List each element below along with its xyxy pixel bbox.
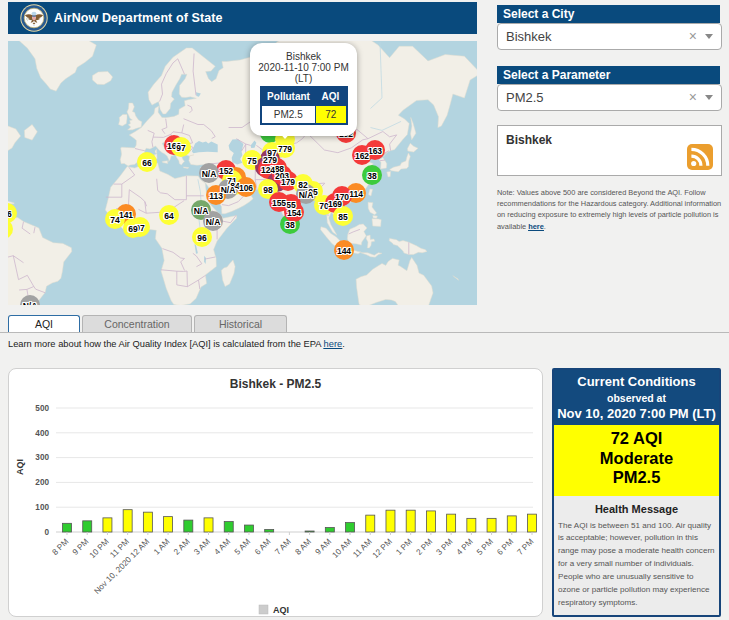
y-tick-label: 0	[44, 528, 49, 537]
chart-bar[interactable]	[528, 514, 537, 532]
chart-bar[interactable]	[346, 523, 355, 532]
map-popup: Bishkek 2020-11-10 7:00 PM (LT) Pollutan…	[250, 43, 357, 136]
x-tick-label: 2 PM	[414, 537, 434, 557]
chart-bar[interactable]	[244, 525, 253, 532]
parameter-select-value: PM2.5	[506, 90, 689, 105]
aqi-marker-64[interactable]	[159, 205, 179, 225]
popup-city: Bishkek	[252, 51, 355, 62]
city-select[interactable]: Bishkek ×	[497, 23, 722, 50]
conditions-category: Moderate	[554, 449, 719, 468]
chart-bar[interactable]	[386, 510, 395, 532]
popup-col-pollutant: Pollutant	[261, 87, 316, 106]
rss-icon[interactable]	[687, 144, 713, 170]
note-here-link[interactable]: here	[528, 222, 544, 231]
popup-table: Pollutant AQI PM2.5 72	[260, 86, 348, 125]
x-tick-label: 3 AM	[192, 537, 212, 557]
chart-bar[interactable]	[184, 520, 193, 532]
aqi-marker-85[interactable]	[333, 206, 353, 226]
select-parameter-header: Select a Parameter	[497, 66, 720, 84]
aqi-marker-97[interactable]	[171, 137, 191, 157]
health-message-title: Health Message	[554, 503, 719, 515]
popup-col-aqi: AQI	[316, 87, 347, 106]
aqi-marker-38[interactable]	[362, 165, 382, 185]
conditions-header: Current Conditions observed at Nov 10, 2…	[554, 370, 719, 425]
current-conditions-panel: Current Conditions observed at Nov 10, 2…	[552, 368, 721, 617]
city-caret-icon[interactable]	[705, 34, 713, 39]
x-tick-label: 3 PM	[435, 537, 455, 557]
parameter-caret-icon[interactable]	[705, 95, 713, 100]
chart-bar[interactable]	[426, 511, 435, 532]
chart-bar[interactable]	[123, 510, 132, 532]
chart-bar[interactable]	[143, 512, 152, 532]
aqi-marker-na[interactable]	[199, 163, 219, 183]
aqi-marker-66[interactable]	[137, 152, 157, 172]
x-tick-label: 6 AM	[253, 537, 273, 557]
x-tick-label: 6 PM	[495, 537, 515, 557]
epa-here-link[interactable]: here	[324, 339, 343, 349]
view-tabs: AQI Concentration Historical	[8, 315, 289, 332]
legend-swatch	[259, 605, 268, 614]
aqi-marker-113[interactable]	[206, 185, 226, 205]
chart-bar[interactable]	[487, 518, 496, 532]
chart-bar[interactable]	[507, 516, 516, 532]
header-bar: AirNow Department of State	[8, 2, 477, 34]
x-tick-label: 12 PM	[371, 537, 394, 560]
chart-bar[interactable]	[103, 518, 112, 532]
conditions-parameter: PM2.5	[554, 468, 719, 487]
popup-datetime: 2020-11-10 7:00 PM	[252, 62, 355, 73]
chart-bar[interactable]	[83, 521, 92, 532]
tab-aqi[interactable]: AQI	[8, 315, 80, 332]
chart-bar[interactable]	[467, 518, 476, 532]
legend-label: AQI	[273, 605, 289, 615]
conditions-aqi-block: 72 AQI Moderate PM2.5	[554, 425, 719, 496]
conditions-subtitle: observed at	[556, 392, 717, 404]
chart-bar[interactable]	[406, 510, 415, 532]
aqi-marker-106[interactable]	[236, 177, 256, 197]
aqi-marker-154[interactable]	[284, 202, 304, 222]
conditions-datetime: Nov 10, 2020 7:00 PM (LT)	[556, 406, 717, 421]
aqi-marker-144[interactable]	[334, 240, 354, 260]
clear-parameter-icon[interactable]: ×	[689, 90, 697, 104]
tab-historical[interactable]: Historical	[194, 315, 287, 332]
city-select-value: Bishkek	[506, 29, 689, 44]
aqi-bar-chart: 0100200300400500AQI8 PM9 PM10 PM11 PMNov…	[9, 369, 542, 616]
x-tick-label: 4 PM	[455, 537, 475, 557]
learn-more-text: Learn more about how the Air Quality Ind…	[8, 339, 345, 349]
x-tick-label: 5 AM	[233, 537, 253, 557]
chart-bar[interactable]	[325, 528, 334, 532]
chart-bar[interactable]	[164, 517, 173, 532]
note-text: Note: Values above 500 are considered Be…	[497, 187, 723, 233]
world-aqi-map[interactable]: 19216697779163971622797566188124152N/A20…	[8, 41, 477, 305]
chart-bar[interactable]	[447, 514, 456, 532]
chart-bar[interactable]	[224, 522, 233, 532]
aqi-marker-74[interactable]	[105, 209, 125, 229]
popup-pollutant-value: PM2.5	[261, 106, 316, 125]
aqi-marker-96[interactable]	[192, 227, 212, 247]
aqi-marker-69[interactable]	[123, 218, 143, 238]
x-tick-label: 8 AM	[293, 537, 313, 557]
parameter-select[interactable]: PM2.5 ×	[497, 84, 722, 111]
y-tick-label: 500	[35, 404, 49, 413]
y-axis-label: AQI	[15, 459, 25, 475]
popup-tail	[276, 129, 294, 139]
aqi-chart-panel: Bishkek - PM2.5 0100200300400500AQI8 PM9…	[8, 368, 543, 617]
health-message-text: The AQI is between 51 and 100. Air quali…	[558, 520, 717, 610]
department-of-state-seal-logo	[20, 4, 48, 32]
aqi-marker-162[interactable]	[352, 145, 372, 165]
conditions-aqi-value: 72 AQI	[554, 429, 719, 448]
tab-concentration[interactable]: Concentration	[82, 315, 192, 332]
chart-bar[interactable]	[366, 515, 375, 532]
chart-bar[interactable]	[204, 518, 213, 532]
x-tick-label: 5 PM	[475, 537, 495, 557]
rss-feed-box: Bishkek	[497, 125, 722, 176]
x-tick-label: 10 AM	[331, 537, 354, 560]
clear-city-icon[interactable]: ×	[689, 29, 697, 43]
y-tick-label: 300	[35, 453, 49, 462]
chart-bar[interactable]	[63, 523, 72, 532]
chart-bar[interactable]	[265, 530, 274, 532]
y-tick-label: 100	[35, 503, 49, 512]
x-tick-label: 1 PM	[394, 537, 414, 557]
chart-bar[interactable]	[305, 531, 314, 532]
tab-divider	[0, 332, 729, 333]
x-tick-label: 1 AM	[152, 537, 172, 557]
